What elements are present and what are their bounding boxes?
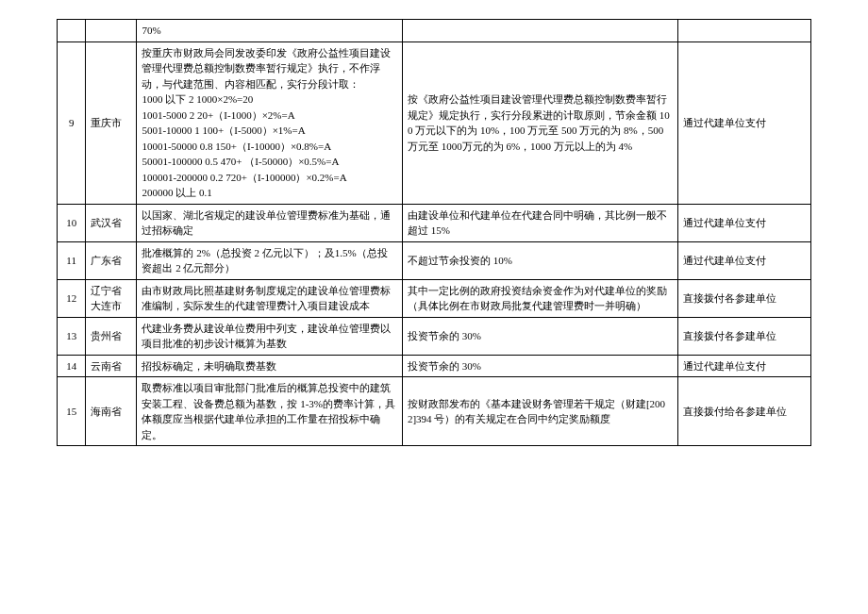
- row-payment: 直接拨付各参建单位: [678, 279, 811, 317]
- row-province: 辽宁省大连市: [86, 279, 137, 317]
- row-basis: 70%: [137, 20, 402, 42]
- row-payment: 通过代建单位支付: [678, 355, 811, 377]
- row-index: 9: [58, 41, 86, 204]
- row-payment: 直接拨付给各参建单位: [678, 377, 811, 446]
- table-row: 70%: [58, 20, 811, 42]
- row-payment: 直接拨付各参建单位: [678, 317, 811, 355]
- row-payment: 通过代建单位支付: [678, 241, 811, 279]
- row-province: 贵州省: [86, 317, 137, 355]
- row-province: 武汉省: [86, 204, 137, 241]
- row-reward: 投资节余的 30%: [402, 355, 677, 377]
- row-basis: 按重庆市财政局会同发改委印发《政府公益性项目建设管理代理费总额控制数费率暂行规定…: [137, 41, 402, 204]
- table-row: 13贵州省代建业务费从建设单位费用中列支，建设单位管理费以项目批准的初步设计概算…: [58, 317, 811, 355]
- row-province: 云南省: [86, 355, 137, 377]
- row-reward: 不超过节余投资的 10%: [402, 241, 677, 279]
- row-index: 12: [58, 279, 86, 317]
- row-index: 14: [58, 355, 86, 377]
- row-payment: 通过代建单位支付: [678, 204, 811, 241]
- row-reward: 投资节余的 30%: [402, 317, 677, 355]
- row-basis: 代建业务费从建设单位费用中列支，建设单位管理费以项目批准的初步设计概算为基数: [137, 317, 402, 355]
- row-index: 10: [58, 204, 86, 241]
- row-index: [58, 20, 86, 42]
- row-reward: [402, 20, 677, 42]
- row-index: 11: [58, 241, 86, 279]
- table-row: 10武汉省以国家、湖北省规定的建设单位管理费标准为基础，通过招标确定由建设单位和…: [58, 204, 811, 241]
- row-payment: [678, 20, 811, 42]
- row-basis: 招投标确定，未明确取费基数: [137, 355, 402, 377]
- policy-table: 70%9重庆市按重庆市财政局会同发改委印发《政府公益性项目建设管理代理费总额控制…: [57, 19, 811, 446]
- table-row: 12辽宁省大连市由市财政局比照基建财务制度规定的建设单位管理费标准编制，实际发生…: [58, 279, 811, 317]
- row-reward: 由建设单位和代建单位在代建合同中明确，其比例一般不超过 15%: [402, 204, 677, 241]
- row-payment: 通过代建单位支付: [678, 41, 811, 204]
- table-row: 14云南省招投标确定，未明确取费基数投资节余的 30%通过代建单位支付: [58, 355, 811, 377]
- row-index: 15: [58, 377, 86, 446]
- table-row: 9重庆市按重庆市财政局会同发改委印发《政府公益性项目建设管理代理费总额控制数费率…: [58, 41, 811, 204]
- row-basis: 由市财政局比照基建财务制度规定的建设单位管理费标准编制，实际发生的代建管理费计入…: [137, 279, 402, 317]
- row-province: [86, 20, 137, 42]
- row-basis: 批准概算的 2%（总投资 2 亿元以下）；及1.5%（总投资超出 2 亿元部分）: [137, 241, 402, 279]
- row-reward: 按财政部发布的《基本建设财务管理若干规定（财建[2002]394 号）的有关规定…: [402, 377, 677, 446]
- row-index: 13: [58, 317, 86, 355]
- row-province: 广东省: [86, 241, 137, 279]
- row-reward: 按《政府公益性项目建设管理代理费总额控制数费率暂行规定》规定执行，实行分段累进的…: [402, 41, 677, 204]
- row-basis: 取费标准以项目审批部门批准后的概算总投资中的建筑安装工程、设备费总额为基数，按 …: [137, 377, 402, 446]
- row-basis: 以国家、湖北省规定的建设单位管理费标准为基础，通过招标确定: [137, 204, 402, 241]
- table-row: 15海南省取费标准以项目审批部门批准后的概算总投资中的建筑安装工程、设备费总额为…: [58, 377, 811, 446]
- row-reward: 其中一定比例的政府投资结余资金作为对代建单位的奖励（具体比例在市财政局批复代建管…: [402, 279, 677, 317]
- row-province: 重庆市: [86, 41, 137, 204]
- table-row: 11广东省批准概算的 2%（总投资 2 亿元以下）；及1.5%（总投资超出 2 …: [58, 241, 811, 279]
- row-province: 海南省: [86, 377, 137, 446]
